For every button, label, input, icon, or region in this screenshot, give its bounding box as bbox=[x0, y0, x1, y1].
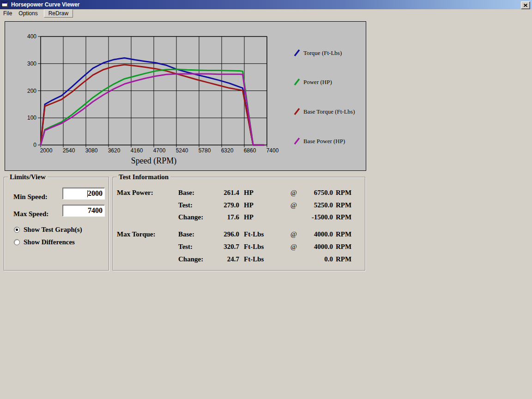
test-info-value: 320.7 bbox=[198, 243, 239, 251]
test-info-rpm-unit: RPM bbox=[336, 230, 351, 239]
radio-show-differences[interactable]: Show Differences bbox=[14, 238, 75, 246]
max-speed-label: Max Speed: bbox=[13, 210, 48, 218]
legend-label: Torque (Ft-Lbs) bbox=[303, 49, 342, 56]
x-tick-label: 2540 bbox=[63, 147, 75, 154]
app-icon bbox=[1, 1, 9, 8]
legend-label: Base Power (HP) bbox=[303, 138, 345, 145]
radio-show-differences-label: Show Differences bbox=[24, 238, 75, 246]
test-info-row-label: Base: bbox=[178, 230, 194, 239]
close-button[interactable] bbox=[521, 1, 530, 9]
menubar: File Options ReDraw bbox=[0, 9, 532, 18]
x-tick-label: 6320 bbox=[221, 147, 234, 154]
y-tick-label: 400 bbox=[27, 33, 36, 40]
x-tick-label: 5780 bbox=[199, 147, 211, 154]
legend-mark bbox=[295, 109, 299, 115]
test-info-rpm-value: -1500.0 bbox=[294, 213, 333, 222]
menu-item-file[interactable]: File bbox=[0, 9, 15, 18]
test-info-rpm-unit: RPM bbox=[336, 201, 351, 210]
redraw-button[interactable]: ReDraw bbox=[44, 9, 73, 18]
legend-mark bbox=[295, 50, 299, 56]
min-speed-value: 2000 bbox=[88, 189, 103, 198]
test-info-section-label: Max Torque: bbox=[117, 230, 156, 239]
y-tick-label: 100 bbox=[27, 115, 36, 121]
test-info-rpm-unit: RPM bbox=[336, 243, 351, 251]
test-info-rpm-unit: RPM bbox=[336, 255, 351, 264]
test-info-unit: Ft-Lbs bbox=[244, 243, 264, 251]
max-speed-input[interactable]: 7400 bbox=[62, 205, 105, 217]
test-info-unit: HP bbox=[244, 213, 254, 222]
x-tick-label: 4700 bbox=[153, 147, 166, 154]
y-tick-label: 0 bbox=[33, 142, 36, 148]
radio-show-test-graphs-label: Show Test Graph(s) bbox=[24, 226, 82, 234]
min-speed-label: Min Speed: bbox=[13, 193, 48, 201]
legend-mark bbox=[295, 138, 299, 144]
test-info-rpm-value: 4000.0 bbox=[294, 230, 333, 239]
test-information-group: Test Information Max Power:Base:261.4HP@… bbox=[113, 177, 365, 271]
window-title: Horsepower Curve Viewer bbox=[11, 1, 80, 8]
chart-panel: 2000254030803620416047005240578063206860… bbox=[5, 21, 366, 171]
radio-button-icon bbox=[14, 239, 20, 245]
test-info-unit: HP bbox=[244, 201, 254, 210]
test-info-rpm-value: 4000.0 bbox=[294, 243, 333, 251]
x-tick-label: 7400 bbox=[266, 147, 279, 154]
test-info-rpm-value: 5250.0 bbox=[294, 201, 333, 210]
test-info-unit: Ft-Lbs bbox=[244, 255, 264, 264]
legend-mark bbox=[295, 79, 299, 85]
test-info-value: 17.6 bbox=[198, 213, 239, 222]
test-info-value: 261.4 bbox=[198, 189, 239, 197]
radio-button-icon bbox=[14, 227, 20, 233]
test-info-rpm-value: 0.0 bbox=[294, 255, 333, 264]
y-tick-label: 200 bbox=[27, 88, 36, 94]
max-speed-value: 7400 bbox=[88, 206, 103, 215]
x-tick-label: 6860 bbox=[244, 147, 256, 154]
menu-item-options[interactable]: Options bbox=[15, 9, 41, 18]
x-tick-label: 2000 bbox=[40, 147, 53, 154]
test-info-rpm-unit: RPM bbox=[336, 213, 351, 222]
hp-curve-chart: 2000254030803620416047005240578063206860… bbox=[5, 22, 366, 170]
test-info-unit: Ft-Lbs bbox=[244, 230, 264, 239]
titlebar: Horsepower Curve Viewer bbox=[0, 0, 532, 9]
legend-label: Base Torque (Ft-Lbs) bbox=[303, 108, 355, 115]
x-tick-label: 3620 bbox=[108, 147, 121, 154]
limits-view-group: Limits/View Min Speed: 2000 Max Speed: 7… bbox=[4, 177, 109, 271]
close-icon bbox=[524, 4, 527, 7]
test-info-rpm-value: 6750.0 bbox=[294, 189, 333, 197]
radio-show-test-graphs[interactable]: Show Test Graph(s) bbox=[14, 226, 82, 234]
min-speed-input[interactable]: 2000 bbox=[62, 187, 105, 200]
x-tick-label: 4160 bbox=[131, 147, 143, 154]
test-info-row-label: Base: bbox=[178, 189, 194, 197]
y-tick-label: 300 bbox=[27, 60, 36, 67]
limits-view-title: Limits/View bbox=[8, 173, 48, 181]
test-info-value: 24.7 bbox=[198, 255, 239, 264]
test-info-value: 296.0 bbox=[198, 230, 239, 239]
test-info-unit: HP bbox=[244, 189, 254, 197]
test-info-rpm-unit: RPM bbox=[336, 189, 351, 197]
test-information-title: Test Information bbox=[117, 173, 170, 181]
test-info-value: 279.0 bbox=[198, 201, 239, 210]
x-tick-label: 3080 bbox=[85, 147, 98, 154]
test-info-row-label: Test: bbox=[178, 201, 193, 210]
x-axis-title: Speed (RPM) bbox=[131, 156, 177, 166]
test-info-section-label: Max Power: bbox=[117, 189, 153, 197]
legend-label: Power (HP) bbox=[303, 79, 332, 85]
test-info-row-label: Test: bbox=[178, 243, 193, 251]
x-tick-label: 5240 bbox=[176, 147, 188, 154]
curve-1 bbox=[41, 69, 264, 145]
